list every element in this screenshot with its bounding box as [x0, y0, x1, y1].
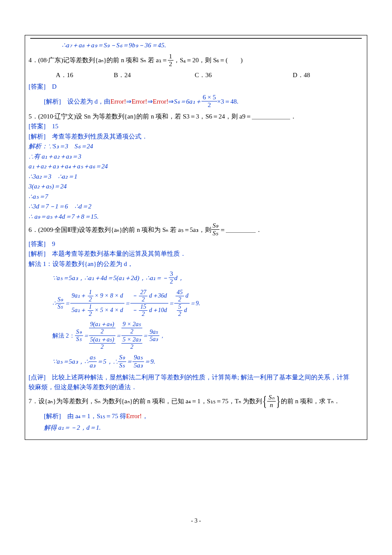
- eq2: ＝: [115, 331, 121, 340]
- n: S₉: [118, 354, 127, 361]
- n: 15: [139, 304, 147, 311]
- q6-m1a-d: 2: [169, 278, 175, 285]
- q5-p8: ∴ a₉＝a₅＋4d＝7＋8＝15.: [29, 212, 363, 222]
- n: 9(a₁＋a₉): [89, 321, 115, 328]
- q6-answer: [答案] 9: [29, 239, 363, 249]
- q6-big-f1d: S₅: [56, 304, 64, 310]
- q6-big-end: ＝9.: [190, 299, 200, 308]
- q6-big-f2d: 5a₁＋ 12 × 5 × 4 × d: [70, 304, 124, 318]
- q6-text-b: ＝: [219, 225, 226, 235]
- q4-exp-c: ×3＝48.: [217, 97, 239, 107]
- q5-text-b: ．: [290, 112, 297, 121]
- q4-opt-c: C．36: [195, 70, 293, 80]
- q4-options: A．16 B．24 C．36 D．48: [29, 70, 363, 80]
- q5-answer: [答案] 15: [29, 121, 363, 131]
- f: 452: [176, 289, 184, 303]
- q6-big-num1-frac: 12: [88, 289, 93, 303]
- bot: 5(a₁＋a₅)2: [89, 336, 115, 350]
- f2: S₉S₅: [118, 354, 127, 369]
- q6-m2-f3: 9a₅ 5a₃: [148, 329, 159, 343]
- n: 45: [176, 289, 184, 296]
- q6-frac-n: S₉: [211, 222, 220, 230]
- q5-p3: a₁＋a₂＋a₃＋a₄＋a₅＋a₆＝24: [29, 162, 363, 171]
- q6-big-den1b: × 5 × 4 × d: [95, 307, 123, 313]
- q6-big-den1-frac: 12: [88, 304, 93, 318]
- q6-big-eq1: ＝: [64, 299, 70, 308]
- q7-text-a: 7．设{aₙ}为等差数列，Sₙ 为数列{aₙ}的前 n 项和，已知 a₄＝1，S…: [29, 396, 262, 406]
- top: 9 × 2a₅2: [121, 321, 142, 335]
- d: S₅: [75, 336, 83, 343]
- d: 2: [88, 311, 93, 318]
- n: 9 × 2a₅: [121, 321, 142, 328]
- q6-frac: S₉ S₅: [211, 222, 220, 237]
- n: 9a₅: [133, 354, 144, 361]
- q6-m2-sf1: 9(a₁＋a₉)2 5(a₁＋a₅)2: [89, 321, 115, 350]
- d: 2: [89, 328, 115, 335]
- page-number: - 3 -: [0, 516, 392, 525]
- q5-stem: 5．(2010·辽宁文)设 Sn 为等差数列{an}的前 n 项和，若 S3＝3…: [29, 112, 363, 121]
- q6-m1a-end: d，: [174, 273, 184, 283]
- n: 27: [139, 289, 147, 296]
- q6-m1a: ∵a₅＝5a₃，∴a₁＋4d＝5(a₁＋2d)，∴a₁＝－ 3 2 d，: [29, 270, 363, 286]
- q6-m2-label: 解法 2：: [52, 331, 75, 340]
- q6-big-f3n: － 272 d＋36d: [130, 289, 168, 304]
- q6-m1a-frac: 3 2: [169, 270, 175, 286]
- q6-frac-d: S₅: [211, 230, 220, 237]
- q5-p5: 3(a₂＋a₅)＝24: [29, 182, 363, 191]
- q4-parse-frac-d: 2: [202, 101, 217, 109]
- a: －: [132, 307, 138, 313]
- q4-opt-a: A．16: [29, 70, 114, 80]
- d: 2: [89, 344, 115, 350]
- q6-blank: [226, 226, 256, 233]
- q6-big-num1b: × 9 × 8 × d: [95, 292, 123, 298]
- d: 2: [139, 296, 147, 303]
- q4-text-b: ，S₄＝20，则 S₆＝( ): [173, 55, 242, 65]
- d: 2: [121, 328, 142, 335]
- q6-m2: 解法 2： S₉ S₅ ＝ 9(a₁＋a₉)2 5(a₁＋a₅)2 ＝ 9 × …: [29, 321, 363, 350]
- q6-big-den1a: 5a₁＋: [72, 307, 86, 313]
- q7-exp-a: [解析] 由 a₄＝1，S₁₅＝75 得: [44, 411, 126, 421]
- q7-frac: Sₙ n: [267, 394, 276, 409]
- page-border: ∴a₇＋a₈＋a₉＝S₉－S₆＝9b₉－36＝45. 4．(08·广东)记等差数…: [25, 35, 367, 440]
- q7-exp-b: ，: [142, 411, 148, 421]
- bot: 5 × 2a₃2: [121, 336, 142, 350]
- imp3: ⇒: [168, 97, 174, 107]
- q6-m2-sf2: 9 × 2a₅2 5 × 2a₃2: [121, 321, 142, 350]
- q4-parse-frac-n: 6 × 5: [202, 94, 217, 101]
- q6-big-f3d: － 152 d＋10d: [130, 304, 168, 318]
- top-rule: [30, 38, 362, 39]
- q4-frac: 1 2: [168, 53, 174, 68]
- f: 52: [177, 304, 182, 318]
- b: ＝5，∴: [97, 357, 118, 367]
- q6-text-c: ．: [256, 225, 262, 235]
- q5-p2: ∴有 a₁＋a₂＋a₃＝3: [29, 152, 363, 162]
- q6-big-eq3: ＝: [168, 299, 174, 308]
- q5-text: 5．(2010·辽宁文)设 Sn 为等差数列{an}的前 n 项和，若 S3＝3…: [29, 112, 252, 121]
- d: 5a₃: [133, 362, 144, 369]
- q6-big-f4n: 452 d: [174, 289, 190, 304]
- q6-comment1: [点评] 比较上述两种解法，显然解法二利用了等差数列的性质，计算简单; 解法一利…: [29, 373, 363, 382]
- q6-big-lhs: ∴: [52, 299, 56, 308]
- n: 9a₅: [148, 329, 159, 336]
- q4-frac-num: 1: [168, 53, 174, 61]
- continuation-line: ∴a₇＋a₈＋a₉＝S₉－S₆＝9b₉－36＝45.: [29, 40, 363, 50]
- a: －: [132, 292, 138, 298]
- q6-m2-f1: S₉ S₅: [75, 329, 83, 343]
- q7-result: 解得 a₁＝－2，d＝1.: [29, 423, 363, 433]
- q6-big-f1n: S₉: [56, 296, 64, 304]
- top: 9(a₁＋a₉)2: [89, 321, 115, 335]
- n: Sₙ: [267, 394, 276, 402]
- n: 5 × 2a₃: [121, 336, 142, 344]
- q5-explain: [解析] 考查等差数列性质及其通项公式．: [29, 132, 363, 142]
- q6-text-a: 6．(2009·全国Ⅱ理)设等差数列{aₙ}的前 n 项和为 Sₙ 若 a₅＝5…: [29, 225, 211, 235]
- err2: Error!: [132, 97, 147, 107]
- d: 2: [177, 311, 182, 318]
- q4-exp-a: [解析] 设公差为 d，由: [44, 97, 110, 107]
- q4-stem: 4．(08·广东)记等差数列{aₙ}的前 n 项和 Sₙ 若 a₁＝ 1 2 ，…: [29, 53, 363, 68]
- q5-p4: ∴3a₂＝3 ∴a₂＝1: [29, 172, 363, 182]
- f3: 9a₅5a₃: [133, 354, 144, 369]
- imp1: ⇒: [126, 97, 132, 107]
- n: 5(a₁＋a₅): [89, 336, 115, 344]
- q7-stem: 7．设{aₙ}为等差数列，Sₙ 为数列{aₙ}的前 n 项和，已知 a₄＝1，S…: [29, 394, 363, 409]
- q5-blank: [252, 113, 290, 119]
